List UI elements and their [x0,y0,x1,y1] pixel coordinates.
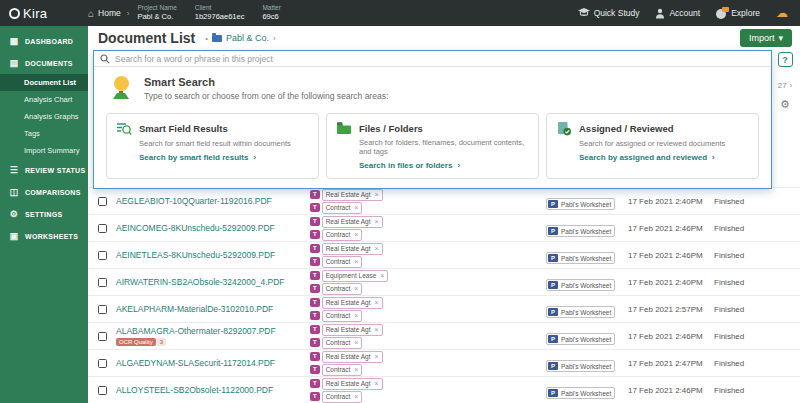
sidebar-item-import-summary[interactable]: Import Summary [0,142,88,159]
sidebar-item-analysis-graphs[interactable]: Analysis Graphs [0,108,88,125]
worksheet-badge[interactable]: P Pabl's Worksheet [546,360,615,372]
tag-badge[interactable]: T Contract× [310,364,546,376]
tag-badge[interactable]: T Real Estate Agt× [310,243,546,255]
worksheet-badge[interactable]: P Pabl's Worksheet [546,387,615,399]
sidebar-item-analysis-chart[interactable]: Analysis Chart [0,91,88,108]
tag-badge[interactable]: T Real Estate Agt× [310,378,546,390]
table-row[interactable]: ALABAMAGRA-Othermater-8292007.PDF OCR Qu… [88,322,800,349]
search-in-files-link[interactable]: Search in files or folders› [359,161,529,170]
breadcrumb-project[interactable]: Pabl & Co. [226,33,269,43]
table-row[interactable]: AEINETLEAS-8KUnschedu-5292009.PDF T Real… [88,241,800,268]
remove-tag-icon[interactable]: × [354,284,358,294]
assigned-reviewed-card[interactable]: Assigned / Reviewed Search for assigned … [546,113,759,179]
sidebar-item-dashboard[interactable]: ▦ DASHBOARD [0,30,88,52]
tag-badge[interactable]: T Equipment Lease× [310,270,546,282]
table-row[interactable]: AEGLEABIOT-10QQuarter-1192016.PDF T Real… [88,187,800,214]
document-link[interactable]: AEGLEABIOT-10QQuarter-1192016.PDF [116,196,310,206]
kira-logo[interactable]: Kira [0,6,88,21]
remove-tag-icon[interactable]: × [374,325,378,335]
tag-badge[interactable]: T Real Estate Agt× [310,351,546,363]
remove-tag-icon[interactable]: × [374,352,378,362]
search-input[interactable] [115,52,765,66]
table-row[interactable]: AIRWATERIN-SB2AObsole-3242000_4.PDF T Eq… [88,268,800,295]
row-checkbox[interactable] [98,359,107,368]
sidebar-item-tags[interactable]: Tags [0,125,88,142]
row-checkbox[interactable] [98,251,107,260]
worksheet-badge[interactable]: P Pabl's Worksheet [546,252,615,264]
row-checkbox[interactable] [98,224,107,233]
row-status: Finished [714,359,800,368]
remove-tag-icon[interactable]: × [354,257,358,267]
table-row[interactable]: AEINCOMEG-8KUnschedu-5292009.PDF T Real … [88,214,800,241]
smart-field-results-card[interactable]: Smart Field Results Search for smart fie… [106,113,319,179]
home-link[interactable]: ⌂ Home [88,8,121,19]
sidebar-item-document-list[interactable]: Document List [0,74,88,91]
row-checkbox[interactable] [98,197,107,206]
next-page-icon[interactable]: › [790,81,793,90]
search-by-smart-field-link[interactable]: Search by smart field results› [139,153,309,162]
tag-badge[interactable]: T Contract× [310,337,546,349]
remove-tag-icon[interactable]: × [354,203,358,213]
document-link[interactable]: ALGAEDYNAM-SLASecurit-1172014.PDF [116,358,310,368]
help-button[interactable]: ? [778,52,793,67]
pagination[interactable]: 27 › [778,81,793,90]
row-checkbox[interactable] [98,305,107,314]
sidebar-item-documents[interactable]: ▤ DOCUMENTS [0,52,88,74]
tag-badge[interactable]: T Real Estate Agt× [310,324,546,336]
sidebar-item-worksheets[interactable]: ▣ WORKSHEETS [0,225,88,247]
document-link[interactable]: ALLOYSTEEL-SB2Obsolet-1122000.PDF [116,385,310,395]
remove-tag-icon[interactable]: × [374,217,378,227]
remove-tag-icon[interactable]: × [380,271,384,281]
worksheet-badge[interactable]: P Pabl's Worksheet [546,225,615,237]
explore-button[interactable]: Explore [716,8,760,19]
remove-tag-icon[interactable]: × [354,392,358,402]
worksheet-badge[interactable]: P Pabl's Worksheet [546,198,615,210]
remove-tag-icon[interactable]: × [374,190,378,200]
tag-badge[interactable]: T Real Estate Agt× [310,297,546,309]
search-by-assigned-link[interactable]: Search by assigned and reviewed› [579,153,749,162]
remove-tag-icon[interactable]: × [354,338,358,348]
files-folders-card[interactable]: Files / Folders Search for folders, file… [326,113,539,179]
document-link[interactable]: AEINCOMEG-8KUnschedu-5292009.PDF [116,223,310,233]
document-link[interactable]: AEINETLEAS-8KUnschedu-5292009.PDF [116,250,310,260]
tag-icon: T [310,284,320,293]
tag-badge[interactable]: T Contract× [310,283,546,295]
document-link[interactable]: AKELAPHARM-MaterialDe-3102010.PDF [116,304,310,314]
tag-badge[interactable]: T Contract× [310,229,546,241]
sidebar-item-settings[interactable]: ⚙ SETTINGS [0,203,88,225]
worksheet-badge[interactable]: P Pabl's Worksheet [546,306,615,318]
tag-badge[interactable]: T Real Estate Agt× [310,189,546,201]
ocr-quality-label: OCR Quality [116,338,156,346]
table-row[interactable]: ALLOYSTEEL-SB2Obsolet-1122000.PDF T Real… [88,376,800,403]
remove-tag-icon[interactable]: × [374,379,378,389]
row-checkbox[interactable] [98,278,107,287]
project-field[interactable]: Project Name Pabl & Co. [137,4,176,22]
tag-badge[interactable]: T Contract× [310,256,546,268]
remove-tag-icon[interactable]: × [374,298,378,308]
tag-badge[interactable]: T Real Estate Agt× [310,216,546,228]
breadcrumb[interactable]: • Pabl & Co. › [205,33,276,43]
remove-tag-icon[interactable]: × [354,230,358,240]
row-checkbox[interactable] [98,332,107,341]
tag-badge[interactable]: T Contract× [310,391,546,403]
quick-study-button[interactable]: Quick Study [578,8,640,18]
sidebar-item-review-status[interactable]: ☰ REVIEW STATUS [0,159,88,181]
import-button[interactable]: Import ▾ [740,29,792,47]
document-link[interactable]: AIRWATERIN-SB2AObsole-3242000_4.PDF [116,277,310,287]
remove-tag-icon[interactable]: × [374,244,378,254]
remove-tag-icon[interactable]: × [354,365,358,375]
document-link[interactable]: ALABAMAGRA-Othermater-8292007.PDF [116,326,310,336]
row-checkbox[interactable] [98,386,107,395]
table-row[interactable]: ALGAEDYNAM-SLASecurit-1172014.PDF T Real… [88,349,800,376]
cloud-sync-icon[interactable]: ☁ [776,6,788,20]
remove-tag-icon[interactable]: × [354,311,358,321]
table-row[interactable]: AKELAPHARM-MaterialDe-3102010.PDF T Real… [88,295,800,322]
tag-badge[interactable]: T Contract× [310,202,546,214]
page-number[interactable]: 27 [778,81,787,90]
tag-badge[interactable]: T Contract× [310,310,546,322]
account-button[interactable]: Account [655,8,700,19]
worksheet-badge[interactable]: P Pabl's Worksheet [546,333,615,345]
worksheet-badge[interactable]: P Pabl's Worksheet [546,279,615,291]
table-settings-gear-icon[interactable]: ⚙ [780,98,790,111]
sidebar-item-comparisons[interactable]: ◫ COMPARISONS [0,181,88,203]
